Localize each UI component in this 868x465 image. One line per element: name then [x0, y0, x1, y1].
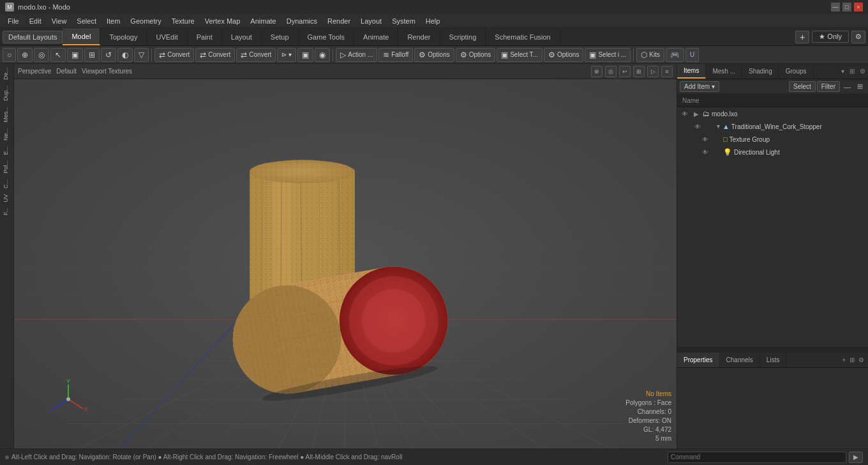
visibility-toggle-root[interactable]: 👁 [680, 109, 690, 119]
command-input[interactable] [668, 452, 846, 463]
tab-layout[interactable]: Layout [222, 28, 262, 45]
vp-undo-icon[interactable]: ↩ [619, 66, 631, 77]
toolbar-options-2[interactable]: ⚙ Options [456, 48, 495, 62]
visibility-toggle-cork[interactable]: 👁 [692, 121, 703, 132]
left-tab-de[interactable]: De... [1, 65, 13, 82]
toolbar-select-mode-6[interactable]: ↺ [101, 48, 116, 62]
toolbar-falloff[interactable]: ≋ Falloff [378, 48, 413, 62]
items-toolbar-minus[interactable]: — [841, 83, 853, 91]
items-tab-expand-icon[interactable]: ⊞ [847, 68, 857, 75]
left-tab-uv[interactable]: UV [1, 192, 13, 205]
layout-dropdown[interactable]: Default Layouts [3, 31, 63, 43]
viewport-canvas[interactable]: X Y Z No Items Polygons : Face Channels:… [14, 79, 677, 448]
left-tab-mes[interactable]: Mes... [1, 104, 13, 125]
viewport-shading-label[interactable]: Default [56, 68, 77, 75]
menu-layout[interactable]: Layout [355, 16, 387, 26]
command-execute-button[interactable]: ▶ [849, 452, 863, 463]
toolbar-select-mode-3[interactable]: ↖ [50, 48, 66, 62]
toolbar-snap-btn[interactable]: ▣ [297, 48, 313, 62]
toolbar-select-mode-2[interactable]: ◎ [34, 48, 49, 62]
toolbar-select-i[interactable]: ▣ Select i ... [585, 48, 631, 62]
menu-file[interactable]: File [3, 16, 24, 26]
menu-select[interactable]: Select [71, 16, 101, 26]
toolbar-select-mode-1[interactable]: ⊕ [17, 48, 33, 62]
vp-play-icon[interactable]: ▷ [647, 66, 659, 77]
toolbar-options-1[interactable]: ⚙ Options [414, 48, 454, 62]
tab-scripting[interactable]: Scripting [440, 28, 486, 45]
tab-uvedit[interactable]: UVEdit [147, 28, 187, 45]
menu-texture[interactable]: Texture [167, 16, 200, 26]
item-light[interactable]: 👁 💡 Directional Light [677, 146, 868, 158]
tab-model[interactable]: Model [63, 28, 100, 45]
toolbar-select-mode-0[interactable]: ○ [3, 48, 16, 62]
tab-animate[interactable]: Animate [354, 28, 398, 45]
tab-game-tools[interactable]: Game Tools [299, 28, 355, 45]
menu-view[interactable]: View [47, 16, 72, 26]
toolbar-select-t[interactable]: ▣ Select T... [497, 48, 542, 62]
select-button[interactable]: Select [789, 81, 816, 92]
viewport-perspective-label[interactable]: Perspective [18, 68, 51, 75]
items-tab-gear-icon[interactable]: ⚙ [857, 68, 868, 75]
vp-camera-icon[interactable]: ⊕ [591, 66, 602, 77]
props-expand-icon[interactable]: ⊞ [848, 356, 856, 363]
toolbar-convert-3[interactable]: ⇄ Convert [236, 48, 276, 62]
tab-properties[interactable]: Properties [677, 353, 720, 367]
toolbar-mesh-dropdown[interactable]: ⊳ ▾ [277, 48, 296, 62]
tab-lists[interactable]: Lists [760, 353, 787, 367]
items-scrollbar[interactable] [677, 347, 868, 352]
item-cork[interactable]: 👁 ▼ ▲ Traditional_Wine_Cork_Stopper [677, 120, 868, 133]
toolbar-sym-btn[interactable]: ◉ [315, 48, 330, 62]
vp-grid-icon[interactable]: ⊞ [633, 66, 645, 77]
toolbar-gamepad[interactable]: 🎮 [666, 48, 684, 62]
toolbar-select-mode-7[interactable]: ◐ [117, 48, 133, 62]
props-plus-icon[interactable]: + [841, 356, 847, 363]
tab-setup[interactable]: Setup [262, 28, 299, 45]
toolbar-kits[interactable]: ⬡ Kits [636, 48, 664, 62]
toolbar-options-3[interactable]: ⚙ Options [544, 48, 583, 62]
star-only-button[interactable]: ★ Only [812, 31, 849, 43]
menu-system[interactable]: System [387, 16, 421, 26]
toolbar-select-mode-5[interactable]: ⊞ [84, 48, 100, 62]
menu-geometry[interactable]: Geometry [125, 16, 166, 26]
left-tab-pol[interactable]: Pol... [1, 158, 13, 176]
toolbar-select-mode-4[interactable]: ▣ [67, 48, 83, 62]
menu-item[interactable]: Item [101, 16, 125, 26]
tab-paint[interactable]: Paint [188, 28, 222, 45]
visibility-toggle-light[interactable]: 👁 [700, 147, 710, 157]
props-gear-icon[interactable]: ⚙ [857, 356, 865, 363]
toolbar-dropdown-arrow[interactable]: ▽ [134, 48, 149, 62]
item-root[interactable]: 👁 ▶ 🗂 modo.lxo [677, 107, 868, 120]
left-tab-e[interactable]: E... [1, 144, 13, 158]
items-toolbar-expand[interactable]: ⊞ [855, 82, 865, 91]
layout-settings-button[interactable]: ⚙ [851, 31, 865, 43]
toolbar-unreal[interactable]: U [685, 48, 699, 62]
menu-render[interactable]: Render [322, 16, 355, 26]
tab-channels[interactable]: Channels [720, 353, 760, 367]
menu-vertex-map[interactable]: Vertex Map [200, 16, 246, 26]
toolbar-convert-2[interactable]: ⇄ Convert [195, 48, 235, 62]
maximize-button[interactable]: □ [842, 3, 851, 11]
visibility-toggle-texture[interactable]: 👁 [700, 134, 710, 144]
items-tab-settings-icon[interactable]: ▾ [839, 68, 847, 75]
close-button[interactable]: × [854, 3, 863, 11]
tab-render[interactable]: Render [398, 28, 440, 45]
minimize-button[interactable]: — [831, 3, 840, 11]
filter-button[interactable]: Filter [817, 81, 840, 92]
tab-shading[interactable]: Shading [742, 64, 779, 79]
viewport[interactable]: Perspective Default Viewport Textures ⊕ … [14, 64, 677, 448]
toolbar-action[interactable]: ▷ Action ... [336, 48, 377, 62]
item-texture-group[interactable]: 👁 □ Texture Group [677, 133, 868, 146]
tab-schematic-fusion[interactable]: Schematic Fusion [486, 28, 560, 45]
add-layout-button[interactable]: + [795, 31, 809, 43]
tab-items[interactable]: Items [677, 64, 706, 79]
vp-menu-icon[interactable]: ≡ [661, 66, 673, 77]
menu-dynamics[interactable]: Dynamics [281, 16, 322, 26]
left-tab-c[interactable]: C... [1, 177, 13, 191]
left-tab-dup[interactable]: Dup... [1, 83, 13, 103]
tab-groups[interactable]: Groups [779, 64, 814, 79]
add-item-button[interactable]: Add Item ▾ [680, 81, 719, 92]
menu-help[interactable]: Help [421, 16, 445, 26]
tab-topology[interactable]: Topology [100, 28, 147, 45]
toolbar-convert-1[interactable]: ⇄ Convert [154, 48, 194, 62]
viewport-texture-label[interactable]: Viewport Textures [82, 68, 132, 75]
